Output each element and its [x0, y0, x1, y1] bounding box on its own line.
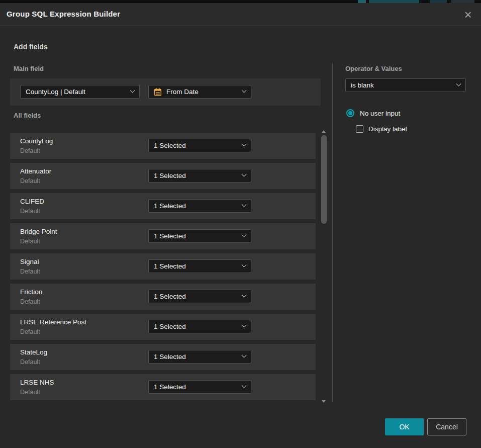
field-selection-value: 1 Selected [154, 293, 186, 300]
cancel-button[interactable]: Cancel [427, 418, 466, 435]
scrollbar-up-arrow-icon[interactable] [322, 130, 326, 133]
field-name: LRSE Reference Post [20, 318, 86, 326]
chevron-down-icon [456, 81, 461, 86]
checkbox-unchecked-icon [356, 125, 363, 133]
dialog-title: Group SQL Expression Builder [7, 10, 120, 18]
calendar-icon [154, 88, 162, 96]
field-subtitle: Default [20, 238, 40, 245]
field-selection-dropdown[interactable]: 1 Selected [148, 139, 251, 152]
operator-dropdown[interactable]: is blank [345, 78, 466, 92]
chevron-down-icon [242, 353, 247, 358]
all-fields-list: CountyLog Default 1 Selected Attenuator … [10, 133, 316, 404]
main-field-source-dropdown[interactable]: CountyLog | Default [20, 85, 140, 99]
field-selection-dropdown[interactable]: 1 Selected [148, 320, 251, 333]
field-subtitle: Default [20, 177, 40, 185]
field-selection-value: 1 Selected [154, 323, 186, 330]
field-subtitle: Default [20, 208, 40, 215]
field-name: LRSE NHS [20, 379, 54, 386]
chevron-down-icon [242, 88, 247, 93]
no-user-input-label: No user input [360, 110, 400, 117]
field-row: LRSE NHS Default 1 Selected [10, 374, 316, 400]
field-selection-dropdown[interactable]: 1 Selected [148, 199, 251, 213]
field-selection-dropdown[interactable]: 1 Selected [148, 350, 251, 364]
field-name: CountyLog [20, 137, 53, 145]
close-icon[interactable]: × [460, 7, 475, 22]
field-row: Signal Default 1 Selected [10, 253, 316, 280]
field-selection-value: 1 Selected [154, 232, 186, 240]
field-row: LRSE Reference Post Default 1 Selected [10, 314, 316, 340]
main-field-field-dropdown[interactable]: From Date [148, 85, 251, 99]
operator-value: is blank [351, 81, 374, 89]
add-fields-heading: Add fields [14, 43, 48, 51]
field-name: Attenuator [20, 167, 51, 175]
field-selection-value: 1 Selected [154, 172, 186, 180]
chevron-down-icon [242, 293, 247, 298]
field-name: Bridge Point [20, 228, 57, 235]
field-name: StateLog [20, 348, 47, 356]
main-field-field-value: From Date [166, 88, 199, 96]
chevron-down-icon [242, 232, 247, 237]
chevron-down-icon [242, 383, 247, 388]
field-selection-dropdown[interactable]: 1 Selected [148, 259, 251, 273]
radio-selected-icon [346, 109, 354, 117]
field-name: Friction [20, 288, 42, 296]
field-selection-dropdown[interactable]: 1 Selected [148, 290, 251, 303]
ok-button[interactable]: OK [385, 418, 424, 435]
field-subtitle: Default [20, 298, 40, 305]
display-label-checkbox-row[interactable]: Display label [356, 125, 407, 133]
no-user-input-radio[interactable]: No user input [346, 109, 400, 117]
chevron-down-icon [130, 88, 135, 93]
field-selection-value: 1 Selected [154, 353, 186, 361]
all-fields-label: All fields [14, 112, 41, 119]
field-selection-value: 1 Selected [154, 383, 186, 391]
field-row: Friction Default 1 Selected [10, 284, 316, 310]
chevron-down-icon [242, 202, 247, 207]
field-selection-dropdown[interactable]: 1 Selected [148, 169, 251, 183]
field-selection-dropdown[interactable]: 1 Selected [148, 229, 251, 243]
field-selection-value: 1 Selected [154, 142, 186, 149]
chevron-down-icon [242, 262, 247, 267]
display-label-label: Display label [368, 125, 407, 133]
main-field-label: Main field [14, 65, 44, 72]
field-row: Attenuator Default 1 Selected [10, 163, 316, 189]
field-row: CountyLog Default 1 Selected [10, 133, 316, 159]
chevron-down-icon [242, 323, 247, 328]
field-row: Bridge Point Default 1 Selected [10, 223, 316, 249]
group-sql-expression-builder-dialog: Group SQL Expression Builder × Add field… [0, 3, 481, 448]
scrollbar-thumb[interactable] [321, 135, 327, 224]
panel-divider [332, 63, 333, 402]
field-row: StateLog Default 1 Selected [10, 344, 316, 370]
operator-values-label: Operator & Values [345, 65, 402, 72]
field-name: CLIFED [20, 198, 44, 205]
chevron-down-icon [242, 172, 247, 177]
dialog-titlebar: Group SQL Expression Builder × [0, 3, 481, 26]
field-selection-value: 1 Selected [154, 202, 186, 210]
field-subtitle: Default [20, 268, 40, 275]
fields-list-scrollbar [321, 129, 327, 404]
field-row: CLIFED Default 1 Selected [10, 193, 316, 219]
scrollbar-down-arrow-icon[interactable] [322, 400, 326, 403]
field-name: Signal [20, 258, 39, 265]
main-field-panel: CountyLog | Default From Date [10, 78, 321, 106]
field-selection-value: 1 Selected [154, 262, 186, 270]
field-subtitle: Default [20, 328, 40, 335]
field-subtitle: Default [20, 359, 40, 366]
field-selection-dropdown[interactable]: 1 Selected [148, 380, 251, 394]
field-subtitle: Default [20, 389, 40, 396]
chevron-down-icon [242, 142, 247, 147]
main-field-source-value: CountyLog | Default [26, 88, 85, 96]
field-subtitle: Default [20, 147, 40, 154]
